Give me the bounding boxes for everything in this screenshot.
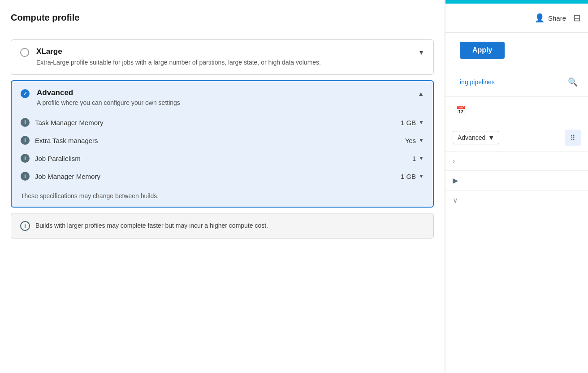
job-manager-memory-dropdown-icon: ▼ [419, 173, 424, 179]
info-box: i Builds with larger profiles may comple… [11, 213, 434, 239]
job-manager-memory-row: i Job Manager Memory 1 GB ▼ [21, 167, 424, 185]
left-panel: Compute profile XLarge Extra-Large profi… [0, 0, 445, 373]
settings-section: i Task Manager Memory 1 GB ▼ i Extra Tas… [21, 113, 424, 185]
note-text: These specifications may change between … [21, 192, 424, 200]
job-manager-memory-label: Job Manager Memory [35, 173, 401, 180]
task-manager-memory-val: 1 GB [401, 119, 416, 126]
extra-task-managers-row: i Extra Task managers Yes ▼ [21, 131, 424, 149]
advanced-radio[interactable] [21, 89, 30, 98]
advanced-profile-card[interactable]: Advanced A profile where you can configu… [11, 80, 434, 208]
job-parallelism-value[interactable]: 1 ▼ [412, 155, 424, 162]
extra-task-managers-dropdown-icon: ▼ [419, 137, 424, 143]
top-accent-bar [445, 0, 588, 4]
pipelines-link[interactable]: ing pipelines [453, 73, 502, 91]
divider [11, 32, 434, 32]
pipelines-link-row[interactable]: ing pipelines 🔍 [445, 68, 588, 97]
panel-title: Compute profile [11, 13, 434, 23]
extra-task-managers-info-icon[interactable]: i [21, 136, 30, 145]
task-manager-memory-info-icon[interactable]: i [21, 118, 30, 127]
xlarge-profile-content: XLarge Extra-Large profile suitable for … [36, 47, 413, 67]
job-manager-memory-val: 1 GB [401, 173, 416, 180]
advanced-dropdown[interactable]: Advanced ▼ [453, 131, 499, 144]
job-parallelism-label: Job Parallelism [35, 155, 412, 162]
task-manager-memory-value[interactable]: 1 GB ▼ [401, 119, 424, 126]
apply-section: Apply [445, 33, 588, 68]
advanced-profile-desc: A profile where you can configure your o… [37, 99, 412, 106]
job-manager-memory-info-icon[interactable]: i [21, 172, 30, 181]
right-header: 👤 Share ⊟ [445, 4, 588, 33]
toolbar-grid-icon[interactable]: ⠿ [565, 130, 581, 146]
job-parallelism-row: i Job Parallelism 1 ▼ [21, 149, 424, 167]
xlarge-profile-desc: Extra-Large profile suitable for jobs wi… [36, 58, 413, 67]
task-manager-memory-row: i Task Manager Memory 1 GB ▼ [21, 113, 424, 131]
collapse-row[interactable]: ∨ [445, 191, 588, 210]
info-box-text: Builds with larger profiles may complete… [35, 221, 268, 230]
chevron-right-icon[interactable]: › [453, 157, 455, 165]
expand-row[interactable]: › [445, 152, 588, 171]
job-parallelism-dropdown-icon: ▼ [419, 155, 424, 161]
xlarge-chevron-down-icon: ▼ [418, 49, 424, 56]
job-parallelism-val: 1 [412, 155, 416, 162]
xlarge-radio[interactable] [20, 48, 29, 57]
play-row[interactable]: ▶ [445, 171, 588, 191]
advanced-chevron-up-icon: ▲ [418, 90, 424, 97]
extra-task-managers-val: Yes [405, 137, 416, 144]
task-manager-memory-dropdown-icon: ▼ [419, 119, 424, 126]
right-panel: 👤 Share ⊟ Apply ing pipelines 🔍 📅 Advanc… [445, 0, 588, 373]
extra-task-managers-label: Extra Task managers [35, 137, 405, 144]
advanced-dropdown-chevron-icon: ▼ [488, 134, 494, 141]
apply-button[interactable]: Apply [460, 42, 505, 59]
job-parallelism-info-icon[interactable]: i [21, 154, 30, 163]
advanced-dropdown-label: Advanced [458, 134, 485, 141]
xlarge-profile-name: XLarge [36, 47, 413, 56]
chevron-down-icon[interactable]: ∨ [453, 196, 458, 204]
advanced-dropdown-row[interactable]: Advanced ▼ ⠿ [445, 124, 588, 152]
calendar-icon[interactable]: 📅 [453, 102, 469, 118]
extra-task-managers-value[interactable]: Yes ▼ [405, 137, 424, 144]
task-manager-memory-label: Task Manager Memory [35, 119, 401, 126]
advanced-header: Advanced A profile where you can configu… [21, 88, 424, 106]
info-box-icon: i [20, 221, 30, 231]
play-icon[interactable]: ▶ [453, 176, 458, 185]
job-manager-memory-value[interactable]: 1 GB ▼ [401, 173, 424, 180]
grid-view-icon[interactable]: ⊟ [573, 13, 581, 23]
search-icon[interactable]: 🔍 [565, 74, 581, 90]
xlarge-profile-card[interactable]: XLarge Extra-Large profile suitable for … [11, 39, 434, 75]
share-button[interactable]: 👤 Share [535, 13, 566, 23]
share-icon: 👤 [535, 13, 545, 23]
advanced-profile-name: Advanced [37, 88, 412, 97]
share-label: Share [548, 14, 566, 22]
calendar-row[interactable]: 📅 [445, 97, 588, 124]
advanced-profile-content: Advanced A profile where you can configu… [37, 88, 412, 106]
